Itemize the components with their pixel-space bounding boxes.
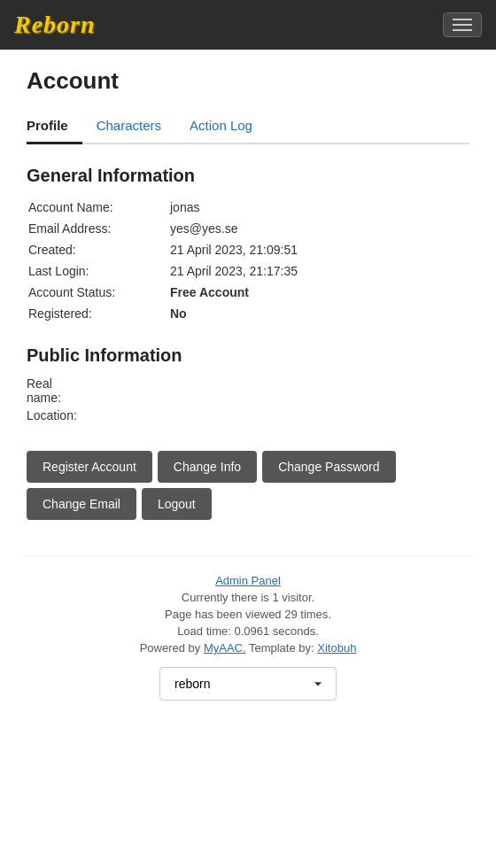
powered-by-line: Powered by MyAAC. Template by: Xitobuh (27, 641, 469, 655)
value-email: yes@yes.se (168, 218, 469, 239)
xitobuh-link[interactable]: Xitobuh (317, 641, 356, 655)
navbar: Reborn (0, 0, 496, 50)
myaac-link[interactable]: MyAAC. (204, 641, 246, 655)
load-time-line: Load time: 0.0961 seconds. (27, 624, 469, 638)
table-row: Account Status: Free Account (27, 282, 469, 303)
action-buttons: Register Account Change Info Change Pass… (27, 451, 469, 520)
template-by-prefix: Template by: (246, 641, 318, 655)
logout-button[interactable]: Logout (142, 488, 212, 520)
tab-bar: Profile Characters Action Log (27, 109, 469, 144)
table-row: Created: 21 April 2023, 21:09:51 (27, 239, 469, 260)
visitor-line: Currently there is 1 visitor. (27, 591, 469, 604)
toggler-bar-2 (453, 24, 472, 26)
footer: Admin Panel Currently there is 1 visitor… (27, 555, 469, 709)
label-location: Location: (27, 408, 115, 422)
register-account-button[interactable]: Register Account (27, 451, 152, 483)
label-created: Created: (27, 239, 168, 260)
value-registered: No (168, 303, 469, 324)
tab-action-log[interactable]: Action Log (190, 109, 267, 144)
value-account-status: Free Account (168, 282, 469, 303)
label-registered: Registered: (27, 303, 168, 324)
page-title: Account (27, 67, 469, 95)
general-info-title: General Information (27, 166, 469, 186)
label-account-status: Account Status: (27, 282, 168, 303)
tab-characters[interactable]: Characters (97, 109, 175, 144)
change-password-button[interactable]: Change Password (262, 451, 395, 483)
brand-logo: Reborn (14, 11, 96, 39)
value-created: 21 April 2023, 21:09:51 (168, 239, 469, 260)
public-row-realname: Realname: (27, 376, 469, 405)
page-views-line: Page has been viewed 29 times. (27, 608, 469, 621)
toggler-bar-3 (453, 29, 472, 31)
language-select[interactable]: reborn (159, 667, 337, 701)
table-row: Account Name: jonas (27, 197, 469, 218)
powered-by-prefix: Powered by (140, 641, 204, 655)
toggler-bar-1 (453, 19, 472, 20)
change-email-button[interactable]: Change Email (27, 488, 136, 520)
public-info-section: Realname: Location: (27, 376, 469, 422)
general-info-table: Account Name: jonas Email Address: yes@y… (27, 197, 469, 324)
label-account-name: Account Name: (27, 197, 168, 218)
table-row: Registered: No (27, 303, 469, 324)
change-info-button[interactable]: Change Info (158, 451, 257, 483)
label-email: Email Address: (27, 218, 168, 239)
main-container: Account Profile Characters Action Log Ge… (0, 50, 496, 727)
tab-profile[interactable]: Profile (27, 109, 82, 144)
menu-toggle-button[interactable] (443, 12, 482, 37)
admin-panel-line: Admin Panel (27, 574, 469, 587)
label-real-name: Realname: (27, 376, 115, 405)
language-select-wrap: reborn (27, 667, 469, 701)
public-info-title: Public Information (27, 345, 469, 366)
value-account-name: jonas (168, 197, 469, 218)
label-last-login: Last Login: (27, 260, 168, 282)
public-row-location: Location: (27, 408, 469, 422)
admin-panel-link[interactable]: Admin Panel (215, 574, 281, 587)
value-last-login: 21 April 2023, 21:17:35 (168, 260, 469, 282)
table-row: Last Login: 21 April 2023, 21:17:35 (27, 260, 469, 282)
table-row: Email Address: yes@yes.se (27, 218, 469, 239)
